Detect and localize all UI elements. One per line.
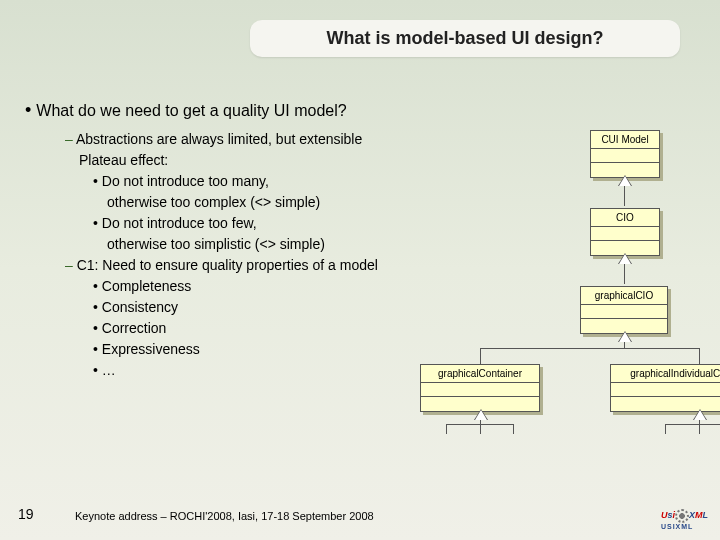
- uml-connector: [480, 348, 481, 364]
- uml-label: graphicalCIO: [581, 287, 667, 305]
- page-number: 19: [18, 506, 34, 522]
- uml-graphical-container: graphicalContainer: [420, 364, 540, 412]
- uml-connector: [480, 424, 481, 434]
- uml-connector: [513, 424, 514, 434]
- logo-sub: USIXML: [661, 523, 708, 530]
- uml-label: graphicalIndividualComponent: [611, 365, 720, 383]
- uml-arrow-icon-fill: [475, 410, 487, 420]
- main-bullet-text: What do we need to get a quality UI mode…: [36, 102, 346, 119]
- uml-connector: [699, 348, 700, 364]
- uml-label: graphicalContainer: [421, 365, 539, 383]
- slide-title: What is model-based UI design?: [250, 20, 680, 57]
- title-text: What is model-based UI design?: [326, 28, 603, 48]
- uml-connector: [665, 424, 666, 434]
- uml-connector: [699, 424, 700, 434]
- uml-cui-model: CUI Model: [590, 130, 660, 178]
- uml-label: CIO: [591, 209, 659, 227]
- main-bullet: What do we need to get a quality UI mode…: [25, 100, 705, 121]
- uml-label: CUI Model: [591, 131, 659, 149]
- uml-cio: CIO: [590, 208, 660, 256]
- usixml-logo: UsiXML USIXML: [661, 509, 708, 530]
- logo-top: UsiXML: [661, 509, 708, 523]
- uml-connector-h: [665, 424, 720, 425]
- uml-connector: [446, 424, 447, 434]
- uml-arrow-icon-fill: [619, 332, 631, 342]
- uml-graphical-cio: graphicalCIO: [580, 286, 668, 334]
- uml-arrow-icon-fill: [619, 254, 631, 264]
- uml-diagram: CUI Model CIO graphicalCIO graphicalCont…: [440, 130, 710, 490]
- gear-icon: [675, 509, 689, 523]
- uml-graphical-individual-component: graphicalIndividualComponent: [610, 364, 720, 412]
- uml-arrow-icon-fill: [619, 176, 631, 186]
- uml-arrow-icon-fill: [694, 410, 706, 420]
- uml-connector-h: [480, 348, 700, 349]
- footer-text: Keynote address – ROCHI'2008, Iasi, 17-1…: [75, 510, 374, 522]
